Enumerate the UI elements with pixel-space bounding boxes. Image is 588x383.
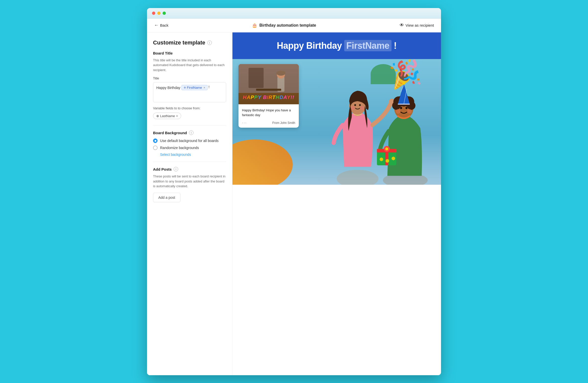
preview-card: HAPPY BIRTHDAY!! Happy Birthday! Hope yo… [238, 64, 299, 128]
title-input[interactable]: Happy Birthday ⊕ FirstName × ! [153, 82, 226, 102]
card-dots: ··· [242, 121, 247, 125]
svg-point-32 [402, 82, 405, 85]
add-post-button[interactable]: Add a post [153, 193, 180, 202]
eye-icon: 👁 [400, 23, 404, 28]
background-info-icon[interactable]: i [189, 130, 193, 135]
title-suffix: ! [209, 85, 210, 89]
left-panel: Customize template i Board Title This ti… [147, 32, 232, 375]
board-title-heading: Board Title [153, 51, 226, 55]
back-arrow-icon: ← [154, 23, 159, 28]
customize-info-icon[interactable]: i [207, 40, 212, 45]
board-background-heading: Board Background i [153, 130, 226, 135]
browser-body: ← Back 🎂 Birthday automation template 👁 … [147, 19, 441, 375]
view-as-recipient-button[interactable]: 👁 View as recipient [400, 23, 434, 28]
radio-randomize-bg[interactable]: Randomize backgrounds [153, 146, 226, 150]
add-post-label: Add a post [158, 196, 175, 200]
back-button[interactable]: ← Back [154, 23, 168, 28]
add-posts-section: Add Posts i These posts will be sent to … [153, 167, 226, 202]
chip-label: FirstName [187, 86, 202, 89]
customize-template-title: Customize template i [153, 39, 226, 46]
browser-chrome [147, 8, 441, 19]
add-posts-description: These posts will be sent to each board r… [153, 174, 226, 189]
svg-point-25 [380, 157, 383, 161]
svg-point-6 [360, 106, 364, 110]
traffic-light-red[interactable] [152, 12, 155, 15]
radio-options: Use default background for all boards Ra… [153, 138, 226, 150]
lastname-tag-label: LastName [160, 114, 175, 118]
svg-point-16 [400, 107, 402, 109]
svg-point-0 [337, 170, 378, 184]
board-title-description: This title will be the title included in… [153, 58, 226, 73]
preview-board-area: 🎉 [232, 59, 441, 185]
banner-suffix: ! [394, 40, 397, 51]
divider-2 [153, 162, 226, 162]
radio-default-bg-label: Use default background for all boards [160, 139, 219, 143]
select-backgrounds-link[interactable]: Select backgrounds [160, 153, 226, 157]
happy-birthday-gif-text: HAPPY BIRTHDAY!! [240, 94, 297, 100]
svg-point-24 [385, 147, 388, 150]
svg-point-17 [405, 107, 407, 109]
preview-banner-title: Happy Birthday FirstName ! [242, 40, 431, 51]
browser-window: ← Back 🎂 Birthday automation template 👁 … [147, 8, 441, 375]
board-title-section: Board Title This title will be the title… [153, 51, 226, 119]
divider-1 [153, 125, 226, 125]
back-label: Back [160, 23, 168, 27]
svg-point-18 [396, 109, 401, 114]
variable-fields-label: Variable fields to to choose from: [153, 106, 226, 110]
banner-prefix: Happy Birthday [277, 40, 342, 51]
radio-default-bg-button[interactable] [153, 138, 158, 143]
chip-remove-icon[interactable]: × [204, 86, 205, 89]
svg-marker-28 [398, 83, 410, 104]
title-text: Birthday automation template [259, 23, 316, 28]
card-from: From John Smith [272, 121, 295, 125]
card-footer: ··· From John Smith [242, 121, 295, 125]
main-content: Customize template i Board Title This ti… [147, 32, 441, 375]
svg-point-19 [407, 109, 412, 114]
add-posts-heading: Add Posts i [153, 167, 226, 171]
title-prefix: Happy Birthday [156, 85, 180, 90]
svg-point-5 [351, 106, 355, 110]
variable-tags-container: ⊕ LastName + [153, 113, 226, 119]
lastname-tag[interactable]: ⊕ LastName + [153, 113, 181, 119]
svg-point-26 [386, 159, 389, 162]
card-gif-area: HAPPY BIRTHDAY!! [238, 64, 299, 104]
firstname-chip[interactable]: ⊕ FirstName × [181, 85, 208, 90]
traffic-light-yellow[interactable] [157, 12, 161, 15]
svg-point-27 [391, 157, 395, 160]
orange-arc-shape [232, 139, 293, 185]
radio-default-bg[interactable]: Use default background for all boards [153, 138, 226, 143]
svg-point-3 [354, 104, 356, 106]
add-posts-info-icon[interactable]: i [174, 167, 178, 171]
title-field-label: Title [153, 76, 226, 80]
board-background-section: Board Background i Use default backgroun… [153, 130, 226, 157]
preview-banner: Happy Birthday FirstName ! [232, 32, 441, 59]
view-recipient-label: View as recipient [406, 23, 434, 27]
banner-variable: FirstName [344, 40, 391, 51]
chip-variable-icon: ⊕ [184, 86, 186, 89]
card-message: Happy Birthday! Hope you have a fantasti… [242, 108, 295, 118]
radio-randomize-bg-label: Randomize backgrounds [160, 146, 199, 150]
page-title: 🎂 Birthday automation template [252, 23, 316, 28]
traffic-light-green[interactable] [163, 12, 166, 15]
radio-randomize-bg-button[interactable] [153, 146, 158, 150]
title-emoji: 🎂 [252, 23, 257, 28]
people-illustration [316, 65, 441, 185]
lastname-chip-icon: ⊕ [156, 114, 159, 118]
card-content: Happy Birthday! Hope you have a fantasti… [238, 104, 299, 128]
top-nav: ← Back 🎂 Birthday automation template 👁 … [147, 19, 441, 32]
right-panel: Happy Birthday FirstName ! [232, 32, 441, 375]
lastname-plus-icon: + [176, 114, 178, 118]
svg-point-4 [359, 104, 361, 106]
